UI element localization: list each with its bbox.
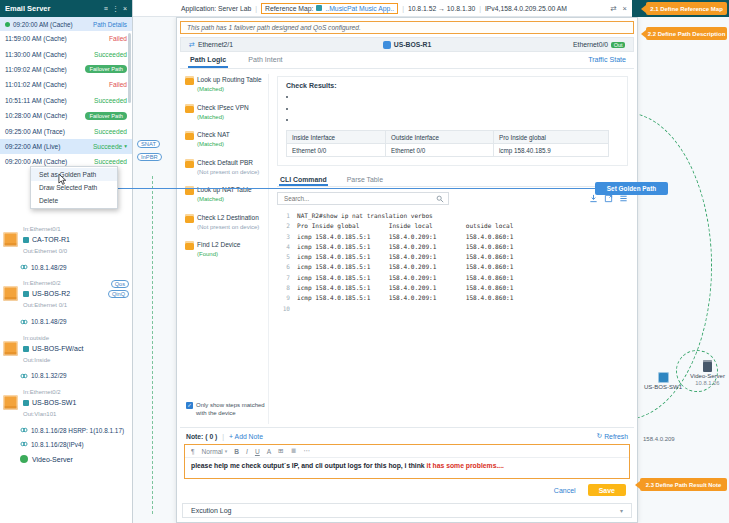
- path-logic-step[interactable]: Find L2 Device (Found): [185, 241, 268, 259]
- path-history-row[interactable]: 11:01:02 AM (Cache) Failed ▾: [0, 77, 132, 92]
- reference-map-value[interactable]: ..MusicPat Music App..: [325, 5, 394, 12]
- cancel-button[interactable]: Cancel: [554, 487, 576, 494]
- history-status[interactable]: Succeeded: [94, 158, 127, 165]
- history-status[interactable]: Failed: [109, 81, 127, 88]
- history-status[interactable]: Failed: [109, 35, 127, 42]
- tab-cli-command[interactable]: CLI Command: [279, 174, 328, 186]
- map-path-line: [152, 176, 153, 514]
- link-subnet-label: 10.8.1.16/28(IPv4): [31, 441, 84, 448]
- path-history-row[interactable]: 11:59:00 AM (Cache) Failed ▾: [0, 31, 132, 46]
- menu-icon[interactable]: ≡: [104, 5, 108, 12]
- path-device[interactable]: In:outsideUS-BOS-FW/actOut:Inside: [0, 329, 132, 369]
- font-color-icon[interactable]: A: [267, 448, 271, 455]
- path-link[interactable]: 10.8.1.32/29: [0, 369, 132, 383]
- path-history-row[interactable]: 11:30:00 AM (Cache) Succeeded ▾: [0, 46, 132, 61]
- history-time: 11:59:00 AM (Cache): [5, 35, 109, 42]
- close-icon[interactable]: ×: [123, 5, 127, 12]
- context-menu-item[interactable]: Set as Golden Path: [31, 168, 117, 181]
- underline-icon[interactable]: U: [255, 448, 260, 455]
- scrollbar-thumb[interactable]: [128, 33, 131, 103]
- path-history-row[interactable]: 09:22:00 AM (Live) Succeede ▾: [0, 139, 132, 154]
- history-status[interactable]: Succeeded: [94, 51, 127, 58]
- path-logic-step[interactable]: Check Default PBR (Not present on device…: [185, 159, 268, 177]
- more-formats-icon[interactable]: ⋯: [303, 447, 310, 455]
- refresh-link[interactable]: ↻ Refresh: [596, 432, 628, 440]
- traffic-state-link[interactable]: Traffic State: [588, 56, 626, 64]
- list-icon[interactable]: [619, 194, 628, 203]
- search-input[interactable]: [282, 194, 436, 203]
- close-icon[interactable]: ×: [623, 4, 627, 13]
- path-history-row[interactable]: 09:25:00 AM (Trace) Succeeded ▾: [0, 123, 132, 138]
- align-icon[interactable]: ≣: [291, 447, 297, 455]
- path-panel-title: Email Server: [5, 4, 50, 13]
- context-menu-item[interactable]: Delete: [31, 194, 117, 207]
- chevron-down-icon: ▾: [225, 448, 228, 454]
- path-device[interactable]: In:Ethernet0/2US-BOS-SW1Out:Vlan101: [0, 383, 132, 423]
- map-node-switch[interactable]: US-BOS-SW1: [644, 372, 682, 390]
- download-icon[interactable]: [589, 194, 598, 203]
- path-link[interactable]: 10.8.1.16/28(IPv4): [0, 437, 132, 451]
- hop-list: In:Ethernet0/1CA-TOR-R1Out:Ethernet 0/01…: [0, 214, 132, 523]
- step-status: (Not present on device): [197, 169, 268, 177]
- paragraph-icon[interactable]: ¶: [191, 448, 195, 455]
- path-endpoints: 10.8.1.52 → 10.8.1.30: [408, 5, 475, 12]
- search-box[interactable]: [277, 192, 449, 205]
- expand-icon[interactable]: [604, 194, 613, 203]
- detail-tabs: Path Logic Path Intent Traffic State: [180, 52, 634, 69]
- mouse-cursor-icon: [58, 173, 67, 186]
- line-number: 2: [277, 221, 290, 231]
- path-history-row[interactable]: 11:09:02 AM (Cache) Failover Path ▾: [0, 62, 132, 77]
- device-name[interactable]: CA-TOR-R1: [23, 234, 70, 246]
- tab-path-logic[interactable]: Path Logic: [188, 52, 228, 68]
- device-badges: QosQinQ: [108, 280, 129, 298]
- device-name[interactable]: US-BOS-R2: [23, 288, 70, 300]
- save-button[interactable]: Save: [588, 484, 626, 496]
- execution-log-bar[interactable]: Excution Log ▾: [182, 503, 632, 518]
- bold-icon[interactable]: B: [234, 448, 239, 455]
- path-device-server[interactable]: Video-Server: [0, 451, 132, 467]
- add-note-link[interactable]: + Add Note: [229, 433, 263, 440]
- cli-tabs: CLI Command Parse Table: [277, 173, 628, 187]
- more-options-icon[interactable]: ⋮: [112, 5, 119, 13]
- path-logic-step[interactable]: Look up Routing Table (Matched): [185, 76, 268, 94]
- out-interface: Out:Inside: [23, 355, 83, 365]
- path-link[interactable]: 10.8.1.48/29: [0, 315, 132, 329]
- tab-path-intent[interactable]: Path Intent: [246, 52, 284, 68]
- path-details-link[interactable]: Path Details: [93, 21, 127, 28]
- search-icon[interactable]: [436, 195, 444, 203]
- reference-map-box[interactable]: Reference Map: ..MusicPat Music App..: [261, 3, 398, 14]
- history-status[interactable]: Succeeded: [94, 97, 127, 104]
- history-status[interactable]: Failover Path: [85, 65, 127, 73]
- path-link[interactable]: 10.8.1.16/28 HSRP: 1(10.8.1.17): [0, 423, 132, 437]
- path-logic-step[interactable]: Check IPsec VPN (Matched): [185, 104, 268, 122]
- note-text-area[interactable]: please help me check output`s IP, and cl…: [185, 458, 629, 478]
- line-content: icmp 158.4.0.185.5:1 158.4.0.209:1 158.4…: [297, 293, 513, 303]
- checkbox-checked-icon[interactable]: ✓: [186, 402, 193, 409]
- history-status[interactable]: Succeede: [93, 143, 122, 150]
- map-node-server[interactable]: Video-Server 10.8.1.26: [690, 360, 725, 386]
- path-logic-step[interactable]: Check NAT (Matched): [185, 131, 268, 149]
- italic-icon[interactable]: I: [246, 448, 248, 455]
- path-device[interactable]: In:Ethernet0/2US-BOS-R2Out:Ethernet 0/1Q…: [0, 274, 132, 314]
- path-link[interactable]: 10.8.1.48/29: [0, 260, 132, 274]
- steps-filter[interactable]: ✓ Only show steps matched with the devic…: [185, 402, 268, 422]
- format-dropdown[interactable]: Normal ▾: [202, 448, 228, 455]
- device-name[interactable]: US-BOS-SW1: [23, 397, 76, 409]
- chevron-down-icon[interactable]: ▾: [124, 143, 127, 149]
- path-history-row[interactable]: 10:51:11 AM (Cache) Succeeded ▾: [0, 93, 132, 108]
- swap-icon[interactable]: ⇄: [610, 4, 616, 13]
- nat-table-row[interactable]: Ethernet 0/0 Ethernet 0/0 icmp 158.40.18…: [287, 144, 609, 157]
- note-editor[interactable]: ¶ Normal ▾ B I U A ⊞ ≣ ⋯ please help me …: [184, 444, 630, 479]
- tab-parse-table[interactable]: Parse Table: [346, 174, 384, 186]
- insert-table-icon[interactable]: ⊞: [278, 447, 284, 455]
- device-glyph-icon: [23, 346, 29, 352]
- hop-device[interactable]: US-BOS-R1: [319, 41, 495, 49]
- path-logic-step[interactable]: Check L2 Destination (Not present on dev…: [185, 214, 268, 232]
- history-status[interactable]: Succeeded: [94, 128, 127, 135]
- path-device[interactable]: In:Ethernet0/1CA-TOR-R1Out:Ethernet 0/0: [0, 220, 132, 260]
- history-status[interactable]: Failover Path: [85, 112, 127, 120]
- snat-badge: SNAT: [137, 140, 160, 148]
- device-name[interactable]: US-BOS-FW/act: [23, 343, 83, 355]
- context-menu-item[interactable]: Draw Selected Path: [31, 181, 117, 194]
- path-history-row[interactable]: 10:28:00 AM (Cache) Failover Path ▾: [0, 108, 132, 123]
